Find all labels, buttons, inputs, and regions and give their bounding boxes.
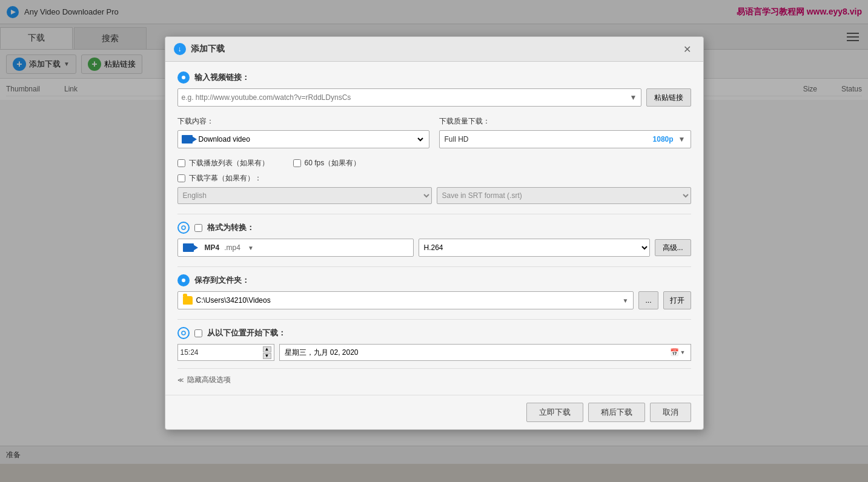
time-spin-down[interactable]: ▼ (263, 353, 271, 359)
subtitle-checkbox[interactable] (177, 174, 185, 182)
dialog-body: 输入视频链接： ▼ 粘贴链接 下载内容： (165, 62, 703, 395)
folder-dropdown-arrow[interactable]: ▼ (623, 297, 629, 304)
url-section-icon (177, 71, 190, 84)
open-folder-button[interactable]: 打开 (663, 291, 691, 309)
save-folder-section-label: 保存到文件夹： (194, 275, 250, 286)
download-type-select-wrapper: Download video Download audio (177, 130, 429, 148)
schedule-section-label: 从以下位置开始下载： (207, 328, 286, 338)
dialog-close-button[interactable]: ✕ (680, 42, 695, 56)
folder-path-wrapper: C:\Users\34210\Videos ▼ (177, 291, 634, 309)
fps-checkbox[interactable] (293, 159, 301, 167)
paste-link-dialog-button[interactable]: 粘贴链接 (646, 88, 691, 107)
format-checkbox[interactable] (194, 224, 202, 232)
modal-overlay: ↓ 添加下载 ✕ 输入视频链接： ▼ (0, 0, 868, 482)
advanced-button[interactable]: 高级... (655, 239, 691, 256)
collapse-arrow-icon: ≪ (177, 377, 184, 383)
playlist-checkbox-label: 下载播放列表（如果有） (189, 158, 269, 168)
subtitle-section: 下载字幕（如果有）： English Chinese Japanese Save… (177, 173, 691, 204)
video-type-icon (182, 135, 193, 144)
schedule-checkbox[interactable] (194, 329, 202, 337)
fps-checkbox-label: 60 fps（如果有） (305, 158, 361, 168)
format-section-icon (177, 222, 190, 234)
svg-point-3 (182, 226, 185, 229)
format-section-label: 格式为转换： (207, 222, 254, 233)
date-dropdown-arrow[interactable]: ▼ (680, 349, 686, 355)
download-type-select[interactable]: Download video Download audio (196, 134, 425, 144)
url-input-wrapper: ▼ (177, 88, 641, 107)
download-later-button[interactable]: 稍后下载 (588, 403, 645, 422)
collapse-advanced-row[interactable]: ≪ 隐藏高级选项 (177, 368, 691, 385)
download-now-button[interactable]: 立即下载 (526, 403, 583, 422)
date-value: 星期三，九月 02, 2020 (285, 348, 359, 358)
playlist-checkbox-row: 下载播放列表（如果有） (177, 158, 269, 168)
format-ext: .mp4 (224, 243, 240, 252)
schedule-section-icon (177, 327, 190, 339)
content-section-label: 下载内容： (177, 117, 214, 125)
format-codec-select[interactable]: H.264 H.265 MPEG-4 (419, 239, 650, 257)
format-section: 格式为转换： MP4 .mp4 ▼ H.264 H.265 MPEG-4 (177, 214, 691, 257)
format-type-dropdown-arrow[interactable]: ▼ (248, 245, 254, 251)
dialog-footer: 立即下载 稍后下载 取消 (165, 395, 703, 429)
svg-point-4 (182, 279, 185, 282)
quality-section-label: 下载质量下载： (439, 117, 490, 125)
url-input[interactable] (182, 93, 628, 102)
dialog-header: ↓ 添加下载 ✕ (165, 37, 703, 62)
dialog-icon: ↓ (174, 43, 186, 55)
format-name: MP4 (205, 243, 220, 252)
format-video-icon (183, 243, 194, 252)
date-input-wrapper: 星期三，九月 02, 2020 📅 ▼ (279, 344, 691, 361)
save-folder-section: 保存到文件夹： C:\Users\34210\Videos ▼ ... 打开 (177, 266, 691, 309)
content-section: 下载内容： Download video Download audio (177, 116, 691, 204)
collapse-label: 隐藏高级选项 (187, 375, 231, 385)
fps-checkbox-row: 60 fps（如果有） (293, 158, 361, 168)
time-input-wrapper: 15:24 ▲ ▼ (177, 344, 274, 361)
svg-point-5 (182, 331, 185, 335)
url-dropdown-arrow[interactable]: ▼ (630, 93, 637, 102)
quality-dropdown-arrow: ▼ (678, 135, 686, 144)
folder-path: C:\Users\34210\Videos (196, 296, 619, 305)
url-section: 输入视频链接： ▼ 粘贴链接 (177, 71, 691, 107)
quality-value: 1080p (653, 135, 674, 144)
dialog-title: 添加下载 (191, 44, 225, 54)
subtitle-checkbox-label: 下载字幕（如果有）： (189, 173, 262, 183)
playlist-checkbox[interactable] (177, 159, 185, 167)
time-value: 15:24 (181, 348, 199, 357)
subtitle-language-select[interactable]: English Chinese Japanese (177, 187, 432, 204)
subtitle-format-select[interactable]: Save in SRT format (.srt) Save in VTT fo… (437, 187, 691, 204)
save-folder-section-icon (177, 274, 190, 286)
calendar-icon[interactable]: 📅 (670, 348, 679, 357)
browse-button[interactable]: ... (638, 291, 658, 309)
cancel-button[interactable]: 取消 (650, 403, 691, 422)
add-download-dialog: ↓ 添加下载 ✕ 输入视频链接： ▼ (165, 36, 704, 430)
svg-point-2 (182, 76, 185, 79)
quality-label: Full HD (445, 135, 648, 144)
folder-icon (183, 296, 193, 305)
schedule-section: 从以下位置开始下载： 15:24 ▲ ▼ 星期三，九月 02, 2020 📅 (177, 319, 691, 361)
url-section-label: 输入视频链接： (194, 72, 250, 83)
time-spin-up[interactable]: ▲ (263, 346, 271, 352)
quality-select-wrapper[interactable]: Full HD 1080p ▼ (439, 130, 691, 148)
